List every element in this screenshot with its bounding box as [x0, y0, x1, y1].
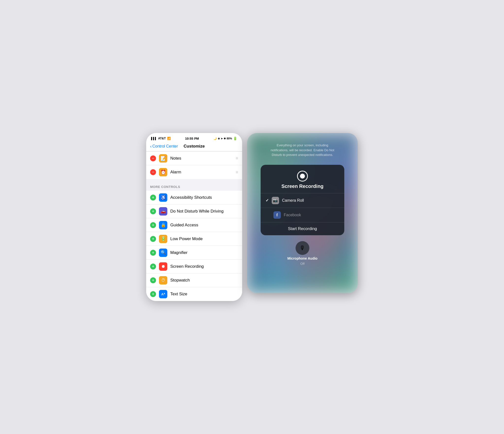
microphone-label: Microphone Audio — [287, 256, 317, 260]
start-recording-button[interactable]: Start Recording — [261, 222, 344, 235]
page-title: Customize — [184, 144, 205, 149]
record-icon-circle — [297, 171, 308, 182]
alarm-label: Alarm — [170, 170, 236, 175]
popup-header: Screen Recording — [261, 165, 344, 193]
record-dot-icon — [300, 174, 305, 179]
recording-notice-text: Everything on your screen, including not… — [270, 143, 334, 157]
alarm-handle-icon[interactable]: ≡ — [236, 170, 238, 175]
magnifier-icon: 🔍 — [159, 249, 167, 257]
alarm-remove-button[interactable]: − — [150, 169, 156, 175]
back-chevron-icon: ‹ — [150, 144, 152, 149]
alarm-row: − ⏰ Alarm ≡ — [146, 165, 242, 179]
do-not-disturb-icon: 🚗 — [159, 207, 167, 216]
nav-bar: ‹ Control Center Customize — [146, 142, 242, 151]
notes-icon: 📝 — [159, 154, 167, 163]
do-not-disturb-row: + 🚗 Do Not Disturb While Driving — [146, 204, 242, 218]
low-power-mode-label: Low Power Mode — [170, 236, 238, 241]
screen-recording-label: Screen Recording — [170, 264, 238, 269]
guided-access-label: Guided Access — [170, 223, 238, 228]
status-time: 10:55 PM — [185, 137, 199, 140]
stopwatch-label: Stopwatch — [170, 278, 238, 283]
microphone-status: Off — [300, 262, 304, 266]
wifi-icon: 📶 — [167, 137, 171, 140]
moon-icon: 🌙 — [213, 137, 217, 140]
notes-label: Notes — [170, 156, 236, 161]
iphone-left-panel: ▌▌▌ AT&T 📶 10:55 PM 🌙 ⊕ ➤ ✱ 80% 🔋 ‹ Cont… — [146, 133, 242, 301]
text-size-label: Text Size — [170, 292, 238, 297]
back-button[interactable]: ‹ Control Center — [150, 144, 178, 149]
screen-recording-icon: ⏺ — [159, 262, 167, 271]
stopwatch-add-button[interactable]: + — [150, 277, 156, 283]
right-content: Everything on your screen, including not… — [247, 133, 358, 293]
low-power-mode-icon: 🔋 — [159, 235, 167, 243]
accessibility-shortcuts-label: Accessibility Shortcuts — [170, 195, 238, 200]
microphone-audio-section: 🎙 Microphone Audio Off — [287, 241, 317, 266]
guided-access-icon: 🔒 — [159, 221, 167, 229]
magnifier-add-button[interactable]: + — [150, 250, 156, 256]
included-items-section: − 📝 Notes ≡ − ⏰ Alarm ≡ — [146, 151, 242, 179]
do-not-disturb-add-button[interactable]: + — [150, 208, 156, 214]
camera-roll-checkmark: ✓ — [266, 198, 269, 203]
status-left: ▌▌▌ AT&T 📶 — [151, 137, 171, 140]
do-not-disturb-label: Do Not Disturb While Driving — [170, 209, 238, 214]
stopwatch-row: + ⏱ Stopwatch — [146, 273, 242, 287]
more-controls-header: MORE CONTROLS — [146, 179, 242, 191]
bluetooth-icon: ✱ — [224, 137, 226, 140]
text-size-icon: Aᴬ — [159, 290, 167, 298]
iphone-right-panel: Everything on your screen, including not… — [247, 133, 358, 293]
text-size-row: + Aᴬ Text Size — [146, 287, 242, 301]
magnifier-row: + 🔍 Magnifier — [146, 246, 242, 260]
screen-recording-popup: Screen Recording ✓ 📷 Camera Roll f Faceb… — [261, 165, 344, 235]
accessibility-shortcuts-icon: ♿ — [159, 193, 167, 202]
notes-handle-icon[interactable]: ≡ — [236, 156, 238, 161]
guided-access-row: + 🔒 Guided Access — [146, 218, 242, 232]
location-icon: ⊕ — [218, 137, 220, 140]
guided-access-add-button[interactable]: + — [150, 222, 156, 228]
camera-roll-option[interactable]: ✓ 📷 Camera Roll — [261, 193, 344, 208]
notes-row: − 📝 Notes ≡ — [146, 151, 242, 165]
alarm-icon: ⏰ — [159, 168, 167, 176]
facebook-option[interactable]: f Facebook — [261, 208, 344, 222]
battery-icon: 🔋 — [233, 136, 237, 140]
low-power-mode-row: + 🔋 Low Power Mode — [146, 232, 242, 246]
low-power-mode-add-button[interactable]: + — [150, 236, 156, 242]
accessibility-shortcuts-row: + ♿ Accessibility Shortcuts — [146, 191, 242, 204]
accessibility-shortcuts-add-button[interactable]: + — [150, 195, 156, 200]
carrier-name: AT&T — [158, 137, 166, 140]
camera-roll-icon: 📷 — [272, 197, 279, 204]
main-wrapper: ▌▌▌ AT&T 📶 10:55 PM 🌙 ⊕ ➤ ✱ 80% 🔋 ‹ Cont… — [141, 128, 363, 306]
status-right: 🌙 ⊕ ➤ ✱ 80% 🔋 — [213, 136, 237, 140]
magnifier-label: Magnifier — [170, 250, 238, 255]
notes-remove-button[interactable]: − — [150, 155, 156, 161]
screen-recording-row: + ⏺ Screen Recording — [146, 260, 242, 273]
popup-title: Screen Recording — [281, 184, 323, 189]
text-size-add-button[interactable]: + — [150, 291, 156, 297]
back-label[interactable]: Control Center — [152, 144, 178, 149]
location-arrow-icon: ➤ — [221, 137, 223, 140]
camera-roll-label: Camera Roll — [282, 198, 339, 203]
stopwatch-icon: ⏱ — [159, 276, 167, 284]
microphone-button[interactable]: 🎙 — [296, 241, 309, 255]
more-controls-section: + ♿ Accessibility Shortcuts + 🚗 Do Not D… — [146, 191, 242, 301]
screen-recording-add-button[interactable]: + — [150, 264, 156, 269]
facebook-label: Facebook — [284, 213, 339, 217]
facebook-icon: f — [273, 211, 281, 219]
battery-percent: 80% — [227, 137, 232, 140]
signal-bars: ▌▌▌ — [151, 137, 157, 140]
status-bar: ▌▌▌ AT&T 📶 10:55 PM 🌙 ⊕ ➤ ✱ 80% 🔋 — [146, 133, 242, 142]
